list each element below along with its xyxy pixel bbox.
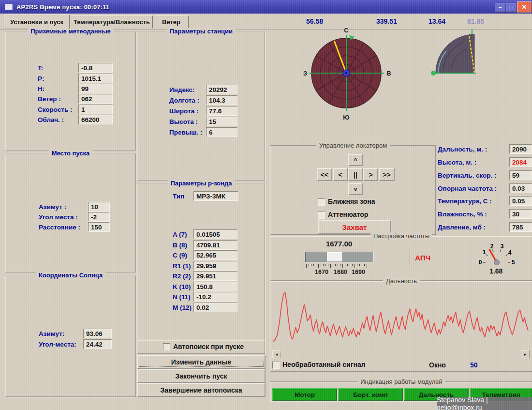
- svg-text:1: 1: [483, 249, 486, 256]
- compass-west-label: З: [303, 70, 307, 77]
- app-icon: [5, 4, 13, 10]
- field-station-longitude[interactable]: 104.3: [206, 95, 237, 105]
- field-coef-n[interactable]: -10.2: [193, 292, 237, 302]
- field-humidity: 30: [509, 209, 532, 219]
- antenna-left-button[interactable]: <: [333, 168, 348, 181]
- autosearch-label: Автопоиск при пуске: [173, 343, 244, 350]
- field-coef-a[interactable]: 0.01505: [193, 229, 237, 239]
- field-speed[interactable]: 1: [78, 105, 113, 114]
- antenna-right-button[interactable]: >: [363, 168, 378, 181]
- chart-scroll-right-button[interactable]: ►: [521, 350, 530, 358]
- field-t[interactable]: -0.8: [78, 63, 113, 73]
- group-station-params: Параметры станции Индекс: 20292 Долгота …: [137, 31, 266, 181]
- field-station-excess[interactable]: 6: [206, 127, 237, 137]
- raw-signal-label: Необработанный сигнал: [282, 361, 366, 368]
- antenna-down-button[interactable]: v: [348, 183, 363, 195]
- group-frequency: Настройка частоты 1677.00 1670 1680 1690…: [270, 236, 532, 281]
- field-h[interactable]: 99: [78, 84, 113, 93]
- afc-label: АПЧ: [415, 254, 430, 262]
- scale-label-1670: 1670: [315, 269, 328, 275]
- window-title: AP2RS Время пуска: 00:07:11: [16, 3, 110, 11]
- scale-label-1690: 1690: [352, 269, 365, 275]
- title-bar: AP2RS Время пуска: 00:07:11 – □ ✕: [0, 0, 532, 14]
- field-coef-r2[interactable]: 29.951: [193, 271, 237, 281]
- minimize-button[interactable]: –: [495, 3, 505, 12]
- field-coef-c[interactable]: 52.965: [193, 250, 237, 260]
- window-size-label: Окно: [429, 361, 446, 369]
- field-p[interactable]: 1015.1: [78, 74, 113, 83]
- autosearch-frame: Автопоиск при пуске: [137, 340, 266, 354]
- group-title: Индикация работы модулей: [357, 378, 445, 385]
- group-sun-coords: Координаты Солнца Азимут: 93.06 Угол-мес…: [5, 275, 136, 397]
- compass-east-label: В: [386, 70, 391, 77]
- end-autosearch-button[interactable]: Завершение автопоиска: [137, 383, 266, 397]
- group-title: Управление локатором: [316, 142, 390, 149]
- tab-wind[interactable]: Ветер: [154, 15, 189, 28]
- reading-2: 339.51: [376, 17, 397, 25]
- tab-temperature-humidity[interactable]: Температура/Влажность: [71, 15, 153, 28]
- near-zone-label: Ближняя зона: [328, 197, 375, 205]
- change-data-button[interactable]: Изменить данные: [137, 355, 266, 369]
- field-station-height[interactable]: 15: [206, 117, 237, 126]
- reading-1: 56.58: [306, 17, 323, 25]
- compass-south-label: Ю: [343, 114, 349, 121]
- field-launch-elevation[interactable]: -2: [88, 212, 110, 222]
- attenuator-checkbox[interactable]: [318, 212, 325, 219]
- gauge-hub: [494, 260, 500, 265]
- frequency-slider[interactable]: [305, 252, 374, 262]
- autosearch-checkbox[interactable]: [163, 343, 170, 350]
- group-title: Параметры станции: [167, 28, 236, 35]
- attenuator-label: Аттенюатор: [328, 211, 368, 218]
- compass-north-label: С: [344, 27, 349, 34]
- afc-frame: АПЧ: [410, 250, 435, 265]
- frequency-slider-thumb[interactable]: [327, 252, 342, 262]
- reading-4: 81.85: [467, 17, 484, 25]
- module-motor-indicator[interactable]: Мотор: [272, 388, 337, 401]
- module-onboard-computer-indicator[interactable]: Борт. комп: [338, 388, 403, 401]
- signal-line: [273, 292, 528, 341]
- telemetry-panel: Дальность, м. : 2090 Высота, м. : 2084 В…: [435, 143, 532, 235]
- close-button[interactable]: ✕: [517, 1, 532, 13]
- field-height: 2084: [509, 157, 532, 167]
- frequency-value: 1677.00: [305, 240, 373, 248]
- antenna-up-button[interactable]: ^: [348, 154, 363, 166]
- field-coef-b[interactable]: 4709.81: [193, 240, 237, 250]
- tab-setup-launch[interactable]: Установки и пуск: [4, 15, 70, 29]
- field-launch-azimuth[interactable]: 10: [88, 202, 110, 212]
- antenna-stop-button[interactable]: ||: [348, 168, 363, 181]
- svg-text:3: 3: [501, 243, 504, 250]
- field-launch-distance[interactable]: 150: [88, 222, 110, 232]
- field-coef-k[interactable]: 150.8: [193, 282, 237, 291]
- field-sun-azimuth[interactable]: 93.06: [83, 329, 112, 338]
- field-sonde-type[interactable]: МРЗ-3МК: [193, 191, 238, 201]
- antenna-fast-right-button[interactable]: >>: [379, 168, 395, 181]
- group-title: Приземные метеоданные: [28, 28, 114, 35]
- range-signal-chart: [273, 288, 529, 349]
- gauge-value: 1.68: [489, 267, 502, 275]
- field-station-latitude[interactable]: 77.6: [206, 106, 237, 116]
- group-range-chart: Дальность ◄ ► Необработанный сигнал Окно…: [270, 281, 532, 372]
- maximize-button[interactable]: □: [506, 3, 517, 12]
- svg-text:4: 4: [508, 249, 512, 256]
- field-vertical-speed: 59: [509, 170, 532, 180]
- antenna-fast-left-button[interactable]: <<: [317, 168, 332, 181]
- group-title: Дальность: [383, 277, 420, 285]
- field-coef-r1[interactable]: 29.959: [193, 261, 237, 271]
- group-title: Место пуска: [49, 150, 93, 157]
- group-title: Параметры р-зонда: [167, 180, 235, 187]
- field-reference-freq: 0.03: [509, 183, 532, 193]
- field-cloud[interactable]: 66200: [78, 115, 113, 124]
- field-coef-m[interactable]: 0.02: [193, 303, 237, 312]
- field-station-index[interactable]: 20292: [206, 85, 237, 94]
- raw-signal-checkbox[interactable]: [272, 362, 280, 369]
- group-launch-site: Место пуска Азимут : 10 Угол места : -2 …: [5, 153, 136, 273]
- group-title: Координаты Солнца: [36, 272, 105, 279]
- window-size-value: 50: [470, 361, 478, 369]
- finish-launch-button[interactable]: Закончить пуск: [137, 369, 266, 383]
- group-sonde-params: Параметры р-зонда Тип МРЗ-3МК A (7) 0.01…: [137, 183, 266, 341]
- group-title: Настройка частоты: [370, 232, 432, 240]
- field-wind[interactable]: 062: [78, 94, 113, 104]
- near-zone-checkbox[interactable]: [318, 198, 325, 206]
- field-sun-elevation[interactable]: 24.42: [83, 339, 112, 349]
- chart-scroll-left-button[interactable]: ◄: [272, 350, 281, 358]
